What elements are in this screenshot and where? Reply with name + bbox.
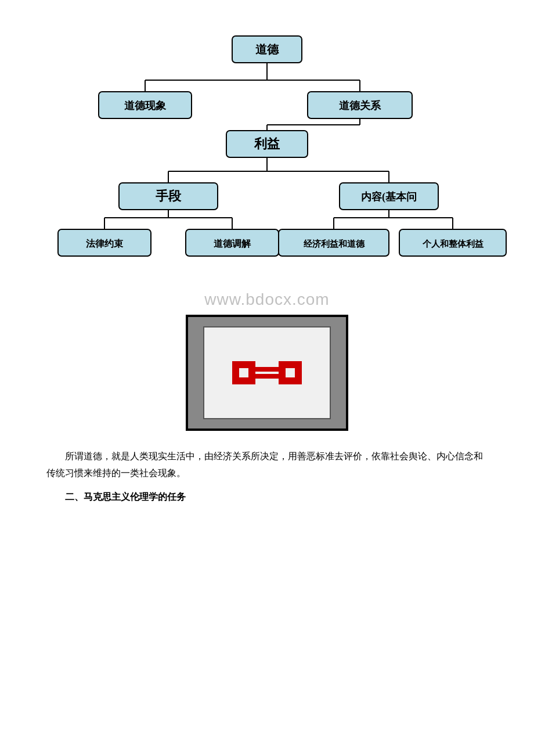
paragraph1: 所谓道德，就是人类现实生活中，由经济关系所决定，用善恶标准去评价，依靠社会舆论、… (46, 448, 488, 482)
svg-rect-38 (255, 374, 279, 379)
svg-rect-36 (295, 361, 302, 384)
svg-rect-32 (248, 361, 255, 384)
svg-rect-37 (255, 367, 279, 372)
node-shouduan: 手段 (156, 189, 182, 203)
node-daode-xianxiang: 道德现象 (124, 100, 167, 111)
image-placeholder (186, 315, 348, 431)
text-section: 所谓道德，就是人类现实生活中，由经济关系所决定，用善恶标准去评价，依靠社会舆论、… (46, 448, 488, 505)
node-daode-tiaojie: 道德调解 (214, 239, 251, 249)
tree-svg: 道德 道德现象 道德关系 利益 手段 内容(基本问 法律约束 道德调解 经济利益… (23, 29, 511, 273)
node-liyi: 利益 (254, 136, 280, 151)
node-neirong: 内容(基本问 (361, 190, 417, 203)
tree-diagram: 道德 道德现象 道德关系 利益 手段 内容(基本问 法律约束 道德调解 经济利益… (23, 29, 511, 273)
node-jingji-liyi: 经济利益和道德 (303, 239, 365, 249)
image-inner (203, 326, 331, 419)
broken-image-icon (226, 350, 308, 396)
watermark: www.bdocx.com (23, 290, 511, 309)
node-daode-guanxi: 道德关系 (339, 100, 381, 111)
heading2: 二、马克思主义伦理学的任务 (46, 489, 488, 506)
node-geren-liyi: 个人和整体利益 (422, 239, 484, 249)
root-node: 道德 (255, 43, 279, 56)
node-falv: 法律约束 (86, 239, 124, 249)
